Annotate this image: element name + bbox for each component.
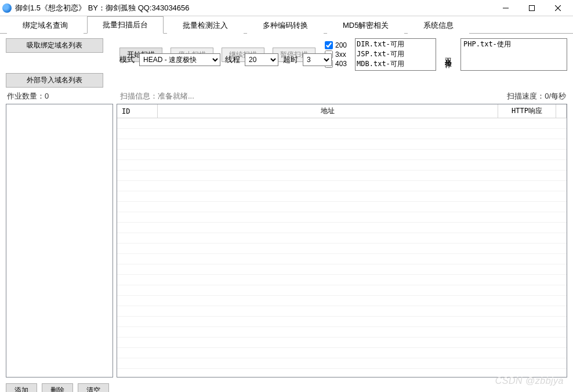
job-count-label: 作业数量： (7, 92, 45, 100)
mode-select[interactable]: HEAD - 速度极快 (139, 53, 220, 66)
tab-batch-inject[interactable]: 批量检测注入 (167, 17, 244, 34)
tab-batch-scan[interactable]: 批量扫描后台 (87, 16, 164, 34)
window-title: 御剑1.5《想念初恋》 BY：御剑孤独 QQ:343034656 (15, 3, 492, 13)
mode-label: 模式 (119, 55, 135, 65)
job-count: 作业数量：0 (7, 91, 120, 101)
delete-button[interactable]: 删除 (42, 383, 73, 392)
tab-strip: 绑定域名查询 批量扫描后台 批量检测注入 多种编码转换 MD5解密相关 系统信息 (0, 16, 573, 34)
import-domains-button[interactable]: 外部导入域名列表 (6, 73, 103, 88)
col-id[interactable]: ID (117, 104, 158, 118)
check-200-label: 200 (335, 41, 347, 49)
titlebar: 御剑1.5《想念初恋》 BY：御剑孤独 QQ:343034656 (0, 0, 573, 16)
threads-label: 线程 (225, 55, 240, 65)
status-row: 作业数量：0 扫描信息：准备就绪... 扫描速度：0/每秒 (0, 90, 573, 104)
window-controls (492, 0, 571, 16)
col-addr[interactable]: 地址 (158, 104, 498, 118)
add-button[interactable]: 添加 (6, 383, 37, 392)
minimize-button[interactable] (492, 0, 518, 16)
col-resp[interactable]: HTTP响应 (498, 104, 556, 118)
bottom-bar: 添加 删除 清空 (0, 381, 573, 392)
tab-sysinfo[interactable]: 系统信息 (408, 17, 469, 34)
tab-bind-domain-query[interactable]: 绑定域名查询 (7, 17, 84, 34)
check-200-box[interactable] (325, 41, 333, 49)
scan-speed: 扫描速度：0/每秒 (507, 91, 566, 101)
absorb-domains-button[interactable]: 吸取绑定域名列表 (6, 38, 103, 53)
config-row: 模式 HEAD - 速度极快 线程 20 超时 3 (119, 53, 567, 66)
svg-rect-1 (529, 5, 534, 10)
scan-speed-unit: /每秒 (549, 92, 566, 100)
tab-md5[interactable]: MD5解密相关 (327, 17, 404, 34)
main-area: ID 地址 HTTP响应 (0, 104, 573, 381)
col-scrollbar-spacer (556, 104, 567, 118)
scan-speed-label: 扫描速度： (507, 92, 545, 100)
app-icon (2, 3, 12, 13)
scan-info: 扫描信息：准备就绪... (120, 91, 507, 101)
scan-info-value: 准备就绪... (158, 92, 194, 100)
result-grid-pane: ID 地址 HTTP响应 (117, 104, 567, 378)
clear-button[interactable]: 清空 (78, 383, 109, 392)
check-200[interactable]: 200 (325, 41, 347, 49)
job-count-value: 0 (45, 92, 49, 100)
timeout-select[interactable]: 3 (303, 53, 332, 66)
close-button[interactable] (545, 0, 571, 16)
grid-header: ID 地址 HTTP响应 (117, 104, 567, 118)
current-dict-value: PHP.txt-使用 (463, 39, 564, 49)
domain-list-pane[interactable] (6, 104, 113, 378)
threads-select[interactable]: 20 (245, 53, 278, 66)
scan-info-label: 扫描信息： (120, 92, 158, 100)
grid-body[interactable] (117, 118, 567, 377)
maximize-button[interactable] (518, 0, 545, 16)
dict-item[interactable]: DIR.txt-可用 (357, 39, 434, 49)
tab-encoding[interactable]: 多种编码转换 (247, 17, 324, 34)
timeout-label: 超时 (283, 55, 298, 65)
